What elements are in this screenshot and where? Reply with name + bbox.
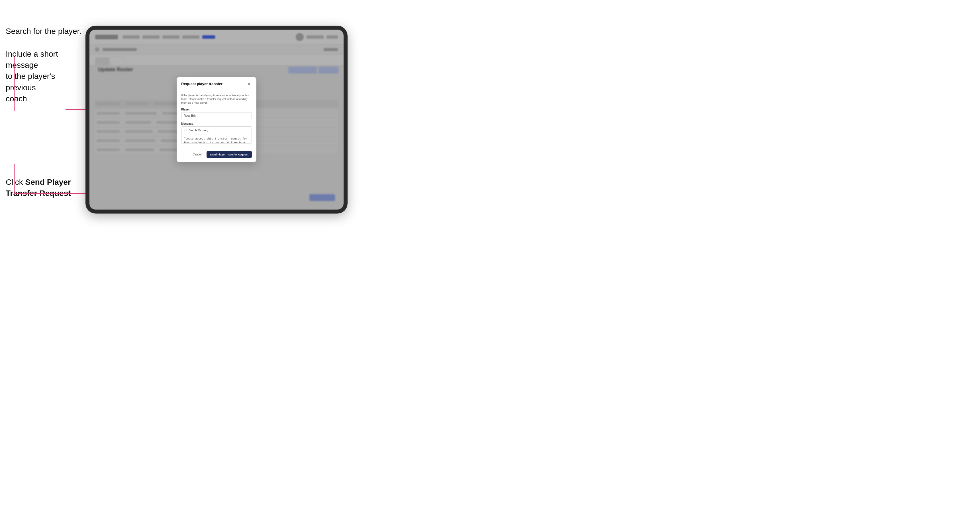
modal-overlay: Request player transfer × If the player … bbox=[89, 30, 344, 210]
message-label: Message bbox=[181, 122, 252, 125]
modal-header: Request player transfer × bbox=[177, 77, 256, 90]
annotation-search: Search for the player. bbox=[6, 25, 81, 37]
annotation-message: Include a short message to the player's … bbox=[6, 48, 80, 104]
message-textarea[interactable]: Hi Coach McHarg, Please accept this tran… bbox=[181, 126, 252, 143]
modal-body: If the player is transferring from anoth… bbox=[177, 90, 256, 148]
transfer-request-modal: Request player transfer × If the player … bbox=[177, 77, 256, 162]
modal-title: Request player transfer bbox=[181, 82, 223, 86]
modal-close-button[interactable]: × bbox=[246, 81, 252, 87]
send-transfer-request-button[interactable]: Send Player Transfer Request bbox=[207, 151, 252, 158]
modal-footer: Cancel Send Player Transfer Request bbox=[177, 148, 256, 162]
modal-description: If the player is transferring from anoth… bbox=[181, 94, 252, 105]
annotation-click: Click Send Player Transfer Request bbox=[6, 176, 71, 199]
tablet-screen: Update Roster bbox=[89, 30, 344, 210]
tablet-device: Update Roster bbox=[86, 25, 348, 214]
cancel-button[interactable]: Cancel bbox=[190, 151, 204, 157]
player-input[interactable] bbox=[181, 112, 252, 119]
player-label: Player bbox=[181, 108, 252, 111]
